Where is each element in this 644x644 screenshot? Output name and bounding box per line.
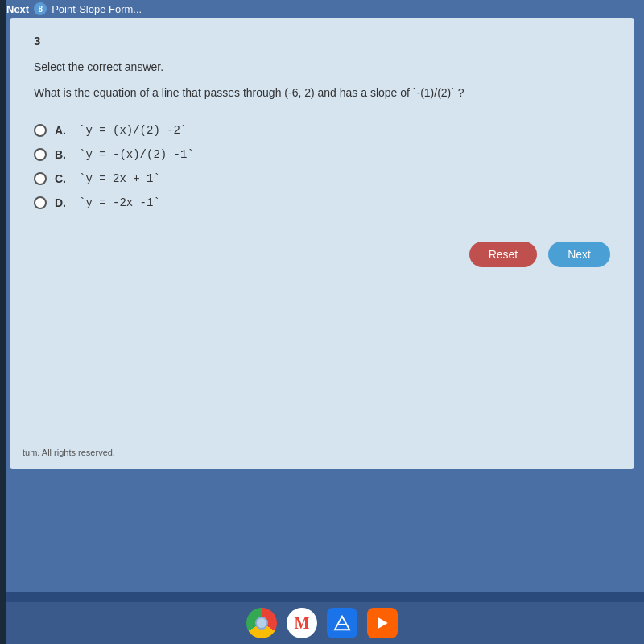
option-a[interactable]: A. `y = (x)/(2) -2` [34, 124, 610, 137]
instruction-text: Select the correct answer. [34, 60, 610, 73]
option-d-text: `y = -2x -1` [79, 196, 160, 209]
radio-d[interactable] [34, 196, 47, 209]
footer-text: tum. All rights reserved. [23, 448, 115, 457]
buttons-row: Reset Next [34, 242, 610, 267]
bottom-bar [0, 592, 644, 602]
taskbar: M [0, 602, 644, 644]
top-bar: Next 8 Point-Slope Form... [0, 0, 644, 18]
play-icon[interactable] [367, 608, 398, 638]
question-number: 3 [34, 34, 610, 47]
option-c[interactable]: C. `y = 2x + 1` [34, 172, 610, 185]
radio-b[interactable] [34, 148, 47, 161]
radio-a[interactable] [34, 124, 47, 137]
option-b-label: B. [55, 148, 71, 161]
top-bar-next-label[interactable]: Next [6, 3, 29, 15]
top-bar-title: Point-Slope Form... [52, 3, 142, 15]
options-list: A. `y = (x)/(2) -2` B. `y = -(x)/(2) -1`… [34, 124, 610, 209]
next-button[interactable]: Next [548, 242, 610, 267]
option-d-label: D. [55, 196, 71, 209]
option-d[interactable]: D. `y = -2x -1` [34, 196, 610, 209]
option-c-label: C. [55, 172, 71, 185]
chrome-icon[interactable] [246, 608, 277, 638]
option-b[interactable]: B. `y = -(x)/(2) -1` [34, 148, 610, 161]
option-c-text: `y = 2x + 1` [79, 172, 160, 185]
reset-button[interactable]: Reset [469, 242, 538, 267]
top-bar-notification-icon[interactable]: 8 [34, 2, 47, 15]
radio-c[interactable] [34, 172, 47, 185]
option-a-text: `y = (x)/(2) -2` [79, 124, 187, 137]
option-b-text: `y = -(x)/(2) -1` [79, 148, 194, 161]
main-content: 3 Select the correct answer. What is the… [10, 18, 634, 469]
question-text: What is the equation of a line that pass… [34, 85, 610, 101]
gmail-icon[interactable]: M [287, 608, 317, 638]
svg-marker-0 [335, 617, 349, 630]
option-a-label: A. [55, 124, 71, 137]
drive-icon[interactable] [327, 608, 357, 638]
svg-marker-2 [378, 617, 388, 628]
left-bezel [0, 0, 6, 644]
